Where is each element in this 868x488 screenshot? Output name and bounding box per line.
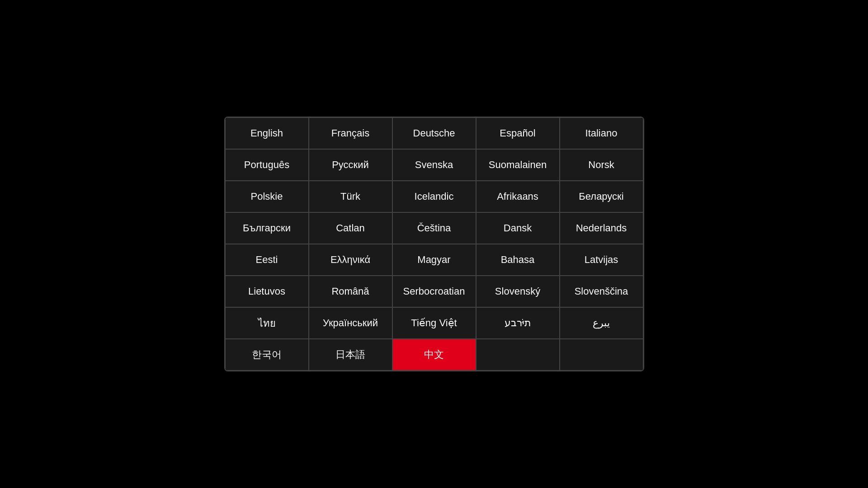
language-button-cestina[interactable]: Čeština	[392, 212, 476, 244]
language-button-hebrew[interactable]: תיֹּרבע	[476, 307, 560, 339]
language-button-empty2	[560, 339, 643, 371]
language-button-polskie[interactable]: Polskie	[225, 181, 309, 212]
language-button-bahasa[interactable]: Bahasa	[476, 244, 560, 276]
language-button-belaruski[interactable]: Беларускі	[560, 181, 643, 212]
language-button-thai[interactable]: ไทย	[225, 307, 309, 339]
language-button-romana[interactable]: Română	[309, 276, 392, 307]
language-button-catlan[interactable]: Catlan	[309, 212, 392, 244]
language-button-arabic[interactable]: یبرع	[560, 307, 643, 339]
language-button-balgarski[interactable]: Български	[225, 212, 309, 244]
language-button-english[interactable]: English	[225, 117, 309, 149]
language-button-lietuvos[interactable]: Lietuvos	[225, 276, 309, 307]
language-button-italiano[interactable]: Italiano	[560, 117, 643, 149]
language-button-korean[interactable]: 한국어	[225, 339, 309, 371]
language-button-russian[interactable]: Русский	[309, 149, 392, 181]
language-button-francais[interactable]: Français	[309, 117, 392, 149]
language-button-afrikaans[interactable]: Afrikaans	[476, 181, 560, 212]
language-button-svenska[interactable]: Svenska	[392, 149, 476, 181]
language-button-slovenscina[interactable]: Slovenščina	[560, 276, 643, 307]
language-selector: EnglishFrançaisDeutscheEspañolItalianoPo…	[224, 117, 644, 371]
language-button-serbocroatian[interactable]: Serbocroatian	[392, 276, 476, 307]
language-button-ukrainian[interactable]: Український	[309, 307, 392, 339]
language-button-nederlands[interactable]: Nederlands	[560, 212, 643, 244]
language-button-slovensky[interactable]: Slovenský	[476, 276, 560, 307]
language-button-tieng-viet[interactable]: Tiếng Việt	[392, 307, 476, 339]
language-button-espanol[interactable]: Español	[476, 117, 560, 149]
language-button-dansk[interactable]: Dansk	[476, 212, 560, 244]
language-button-portugues[interactable]: Português	[225, 149, 309, 181]
language-button-deutsche[interactable]: Deutsche	[392, 117, 476, 149]
language-button-icelandic[interactable]: Icelandic	[392, 181, 476, 212]
language-button-suomalainen[interactable]: Suomalainen	[476, 149, 560, 181]
language-button-japanese[interactable]: 日本語	[309, 339, 392, 371]
language-button-empty1	[476, 339, 560, 371]
language-button-turk[interactable]: Türk	[309, 181, 392, 212]
language-button-ellinika[interactable]: Ελληνικά	[309, 244, 392, 276]
language-button-chinese[interactable]: 中文	[392, 339, 476, 371]
language-button-eesti[interactable]: Eesti	[225, 244, 309, 276]
language-button-latvijas[interactable]: Latvijas	[560, 244, 643, 276]
language-grid: EnglishFrançaisDeutscheEspañolItalianoPo…	[225, 117, 643, 371]
language-button-norsk[interactable]: Norsk	[560, 149, 643, 181]
language-button-magyar[interactable]: Magyar	[392, 244, 476, 276]
